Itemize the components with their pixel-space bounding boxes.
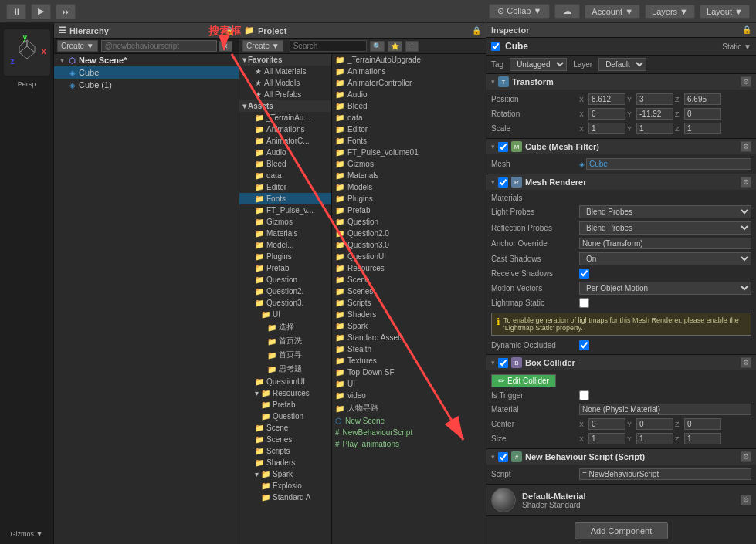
dynamic-occluded-checkbox[interactable] bbox=[579, 340, 589, 350]
rot-y-input[interactable] bbox=[636, 108, 673, 120]
cloud-button[interactable]: ☁ bbox=[554, 4, 580, 19]
asset-question2[interactable]: 📁Question2.0 bbox=[332, 228, 486, 239]
mesh-renderer-settings[interactable]: ⚙ bbox=[741, 177, 751, 188]
project-search-input[interactable] bbox=[290, 40, 367, 52]
receive-shadows-checkbox[interactable] bbox=[579, 269, 589, 279]
is-trigger-checkbox[interactable] bbox=[579, 390, 589, 400]
tree-audio[interactable]: 📁Audio bbox=[239, 147, 331, 158]
tree-spark[interactable]: ▾📁Spark bbox=[239, 468, 331, 480]
tree-shaders[interactable]: 📁Shaders bbox=[239, 457, 331, 468]
asset-scenes[interactable]: 📁Scenes bbox=[332, 286, 486, 297]
step-button[interactable]: ⏭ bbox=[56, 4, 76, 19]
center-x-input[interactable] bbox=[588, 418, 625, 430]
play-button[interactable]: ▶ bbox=[31, 4, 51, 19]
mesh-value-field[interactable]: Cube bbox=[586, 158, 751, 170]
asset-scene[interactable]: 📁Scene bbox=[332, 274, 486, 286]
tree-all-models[interactable]: ★ All Models bbox=[239, 77, 331, 89]
transform-header[interactable]: ▾ T Transform ⚙ bbox=[486, 74, 756, 90]
tree-question2[interactable]: 📁Question2. bbox=[239, 286, 331, 297]
tree-res-question[interactable]: 📁Question bbox=[239, 411, 331, 422]
scale-y-input[interactable] bbox=[636, 123, 673, 134]
object-active-checkbox[interactable] bbox=[491, 42, 500, 51]
edit-collider-button[interactable]: ✏ Edit Collider bbox=[491, 374, 556, 387]
scale-x-input[interactable] bbox=[588, 123, 625, 134]
asset-audio[interactable]: 📁Audio bbox=[332, 89, 486, 100]
project-lock[interactable]: 🔒 bbox=[472, 26, 481, 35]
asset-data[interactable]: 📁data bbox=[332, 112, 486, 123]
asset-new-scene[interactable]: ⬡ New Scene bbox=[332, 415, 486, 427]
tree-scenes[interactable]: 📁Scenes bbox=[239, 434, 331, 445]
box-collider-header[interactable]: ▾ B Box Collider ⚙ bbox=[486, 355, 756, 370]
tree-home1[interactable]: 📁首页洗 bbox=[239, 334, 331, 348]
asset-spark[interactable]: 📁Spark bbox=[332, 320, 486, 332]
asset-terrainautoupgrade[interactable]: 📁_TerrainAutoUpgrade bbox=[332, 54, 486, 66]
tree-select[interactable]: 📁选择 bbox=[239, 320, 331, 334]
size-z-input[interactable] bbox=[684, 433, 721, 444]
hierarchy-search-input[interactable] bbox=[101, 40, 217, 52]
tree-res-prefab[interactable]: 📁Prefab bbox=[239, 399, 331, 411]
asset-questionui[interactable]: 📁QuestionUI bbox=[332, 251, 486, 262]
tree-bleed[interactable]: 📁Bleed bbox=[239, 158, 331, 170]
asset-resources[interactable]: 📁Resources bbox=[332, 262, 486, 274]
asset-stealth[interactable]: 📁Stealth bbox=[332, 343, 486, 355]
mesh-filter-header[interactable]: ▾ M Cube (Mesh Filter) ⚙ bbox=[486, 139, 756, 154]
asset-models[interactable]: 📁Models bbox=[332, 181, 486, 193]
tree-data[interactable]: 📁data bbox=[239, 170, 331, 181]
rot-x-input[interactable] bbox=[588, 108, 625, 120]
tree-fonts[interactable]: 📁Fonts bbox=[239, 193, 331, 204]
layout-button[interactable]: Layout ▼ bbox=[700, 5, 750, 19]
asset-gizmos[interactable]: 📁Gizmos bbox=[332, 158, 486, 170]
anchor-override-field[interactable] bbox=[579, 238, 751, 249]
tree-animatorc[interactable]: 📁AnimatorC... bbox=[239, 135, 331, 147]
tree-animations[interactable]: 📁Animations bbox=[239, 123, 331, 135]
mesh-renderer-header[interactable]: ▾ R Mesh Renderer ⚙ bbox=[486, 174, 756, 190]
reflection-probes-dropdown[interactable]: Blend Probes bbox=[579, 221, 751, 235]
asset-scripts[interactable]: 📁Scripts bbox=[332, 297, 486, 309]
hierarchy-search-close[interactable]: ✕ bbox=[219, 41, 232, 52]
tree-ui[interactable]: 📁UI bbox=[239, 309, 331, 320]
asset-bleed[interactable]: 📁Bleed bbox=[332, 100, 486, 112]
asset-newbehaviourscript[interactable]: # NewBehaviourScript bbox=[332, 427, 486, 438]
tree-prefab[interactable]: 📁Prefab bbox=[239, 262, 331, 274]
material-settings[interactable]: ⚙ bbox=[741, 495, 751, 505]
script-settings[interactable]: ⚙ bbox=[741, 451, 751, 462]
hierarchy-create-button[interactable]: Create ▼ bbox=[57, 40, 98, 52]
assets-section[interactable]: ▾ Assets bbox=[239, 100, 331, 112]
hierarchy-item-new-scene[interactable]: ▾ ⬡ New Scene* bbox=[54, 54, 239, 66]
asset-editor[interactable]: 📁Editor bbox=[332, 123, 486, 135]
tree-gizmos[interactable]: 📁Gizmos bbox=[239, 216, 331, 228]
pos-z-input[interactable] bbox=[684, 93, 721, 105]
size-y-input[interactable] bbox=[636, 433, 673, 444]
tree-all-materials[interactable]: ★ All Materials bbox=[239, 66, 331, 77]
project-menu-btn[interactable]: ⋮ bbox=[405, 41, 419, 52]
script-field[interactable] bbox=[579, 468, 751, 480]
asset-textures[interactable]: 📁Textures bbox=[332, 355, 486, 367]
tree-all-prefabs[interactable]: ★ All Prefabs bbox=[239, 89, 331, 100]
asset-fonts[interactable]: 📁Fonts bbox=[332, 135, 486, 147]
hierarchy-item-cube[interactable]: ◈ Cube bbox=[54, 66, 239, 79]
tree-ft-pulse[interactable]: 📁FT_Pulse_v... bbox=[239, 204, 331, 216]
pos-x-input[interactable] bbox=[588, 93, 625, 105]
inspector-lock[interactable]: 🔒 bbox=[742, 25, 751, 34]
rot-z-input[interactable] bbox=[684, 108, 721, 120]
asset-ft-pulse[interactable]: 📁FT_Pulse_volume01 bbox=[332, 147, 486, 158]
collider-material-field[interactable] bbox=[579, 404, 751, 415]
project-search-btn[interactable]: 🔍 bbox=[370, 41, 385, 52]
tree-scripts[interactable]: 📁Scripts bbox=[239, 445, 331, 457]
tree-terrainau[interactable]: 📁_TerrainAu... bbox=[239, 112, 331, 123]
tree-question3[interactable]: 📁Question3. bbox=[239, 297, 331, 309]
tree-think[interactable]: 📁思考题 bbox=[239, 362, 331, 376]
asset-ui[interactable]: 📁UI bbox=[332, 378, 486, 390]
tree-explosion[interactable]: 📁Explosio bbox=[239, 480, 331, 492]
tree-question[interactable]: 📁Question bbox=[239, 274, 331, 286]
box-collider-checkbox[interactable] bbox=[498, 358, 508, 368]
asset-materials[interactable]: 📁Materials bbox=[332, 170, 486, 181]
scale-z-input[interactable] bbox=[684, 123, 721, 134]
asset-question3[interactable]: 📁Question3.0 bbox=[332, 239, 486, 251]
tree-scene[interactable]: 📁Scene bbox=[239, 422, 331, 434]
hierarchy-lock[interactable]: 🔒 bbox=[225, 26, 234, 35]
center-z-input[interactable] bbox=[684, 418, 721, 430]
asset-question[interactable]: 📁Question bbox=[332, 216, 486, 228]
asset-video[interactable]: 📁video bbox=[332, 390, 486, 401]
box-collider-settings[interactable]: ⚙ bbox=[741, 357, 751, 368]
